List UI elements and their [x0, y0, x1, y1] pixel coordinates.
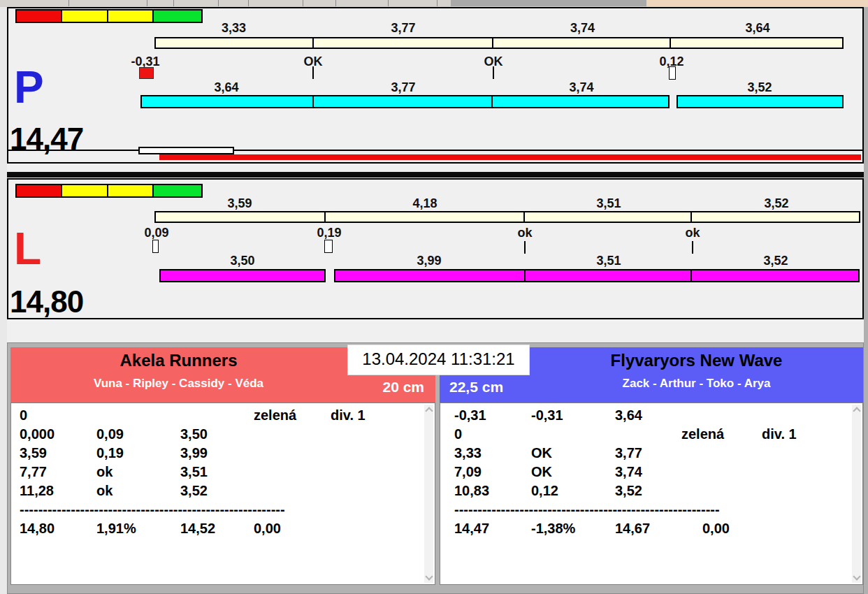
scroll-up-icon[interactable]: [425, 407, 433, 414]
gate-segment: [156, 38, 314, 48]
scrollbar[interactable]: [852, 405, 861, 583]
run-split-bar: [677, 95, 844, 108]
result-row: 7,09 OK 3,74: [440, 463, 862, 481]
run-split-bar: [140, 95, 670, 108]
top-strip-dark-segment: [451, 0, 646, 6]
run-segment: [678, 96, 842, 107]
lane-letter: L: [14, 229, 41, 269]
light-yellow-1: [62, 185, 108, 196]
result-row: 0,000 0,09 3,50: [11, 425, 435, 444]
light-yellow-1: [62, 10, 108, 22]
summary-row: 14,47 -1,38% 14,67 0,00: [440, 519, 862, 538]
scroll-down-icon[interactable]: [425, 572, 433, 580]
jump-height-label: 22,5 cm: [449, 379, 503, 396]
gate-segment: [326, 212, 525, 222]
run-split-label: 3,52: [718, 80, 802, 95]
run-split-label: 3,51: [567, 254, 651, 268]
result-row: 0 zelená div. 1: [11, 406, 435, 425]
gate-segment: [156, 212, 326, 222]
ok-tick-icon: [493, 66, 494, 79]
team-name: Flyvaryors New Wave: [530, 351, 863, 370]
run-split-bar: [334, 269, 860, 282]
window-left-edge: [0, 7, 7, 594]
gate-split-label: 4,18: [325, 198, 525, 210]
gate-split-bar: [154, 211, 860, 223]
gate-split-label: 3,77: [313, 22, 493, 34]
ok-tick-icon: [692, 241, 693, 254]
teams-section: 13.04.2024 11:31:21 Akela Runners Vuna -…: [7, 342, 864, 594]
gate-split-label: 3,33: [154, 22, 313, 34]
gate-split-label: 3,59: [154, 198, 325, 210]
run-segment: [161, 270, 324, 281]
fault-marker-icon: [139, 67, 154, 79]
divider-row: ----------------------------------------…: [11, 500, 435, 519]
run-split-label: 3,50: [201, 254, 284, 268]
light-green: [154, 10, 201, 22]
light-yellow-2: [108, 185, 154, 196]
progress-window: [138, 147, 234, 154]
gate-segment: [525, 212, 692, 222]
run-split-label: 3,99: [387, 254, 471, 268]
run-split-bar: [159, 269, 326, 282]
progress-bar: [159, 154, 861, 160]
gate-split-bar: [154, 37, 844, 49]
timing-app-window: P 14,47 3,33 3,77 3,74 3,64 -0,31 OK OK …: [0, 0, 868, 594]
pass-marker-icon: [669, 66, 676, 80]
light-yellow-2: [108, 10, 154, 22]
result-row: -0,31 -0,31 3,64: [440, 406, 862, 425]
result-row: 3,59 0,19 3,99: [11, 444, 435, 463]
gate-split-labels: 3,33 3,77 3,74 3,64: [154, 22, 844, 34]
result-row: 10,83 0,12 3,52: [440, 481, 862, 500]
gate-segment: [671, 38, 842, 48]
run-segment: [142, 96, 314, 107]
top-strip-tan-segment: [646, 0, 868, 7]
scroll-up-icon[interactable]: [853, 407, 860, 414]
team-results-table[interactable]: 0 zelená div. 1 0,000 0,09 3,50 3,59 0,1…: [10, 403, 435, 585]
team-name: Akela Runners: [10, 351, 347, 370]
gate-split-labels: 3,59 4,18 3,51 3,52: [154, 198, 860, 210]
result-row: 11,28 ok 3,52: [11, 481, 435, 500]
start-light-strip: [15, 9, 203, 23]
datetime-display: 13.04.2024 11:31:21: [347, 345, 530, 375]
scrollbar[interactable]: [424, 405, 433, 583]
divider-row: ----------------------------------------…: [440, 500, 862, 519]
run-split-label: 3,74: [540, 80, 623, 95]
run-segment: [335, 270, 526, 281]
summary-row: 14,80 1,91% 14,52 0,00: [11, 519, 435, 538]
gate-split-label: 3,52: [693, 198, 860, 210]
gate-segment: [314, 38, 493, 48]
lane-letter: P: [14, 67, 44, 108]
team-panel-right: Flyvaryors New Wave Zack - Arthur - Toko…: [440, 347, 863, 585]
scroll-down-icon[interactable]: [853, 572, 860, 580]
light-red: [17, 185, 62, 196]
progress-baseline: [8, 150, 862, 151]
run-split-label: 3,52: [734, 254, 818, 268]
change-status-label: 0,09: [122, 226, 191, 240]
jump-height-label: 20 cm: [382, 379, 424, 396]
gate-segment: [493, 38, 671, 48]
lane-panel-p: P 14,47 3,33 3,77 3,74 3,64 -0,31 OK OK …: [7, 7, 864, 164]
run-segment: [493, 96, 668, 107]
window-right-edge: [864, 7, 868, 594]
change-status-label: 0,19: [294, 226, 364, 240]
team-panel-left: Akela Runners Vuna - Ripley - Cassidy - …: [10, 347, 435, 585]
team-lineup: Vuna - Ripley - Cassidy - Véda: [10, 377, 347, 391]
run-split-label: 3,64: [185, 80, 268, 95]
lane-total-time: 14,80: [10, 284, 83, 319]
ok-tick-icon: [524, 241, 526, 254]
result-row: 3,33 OK 3,77: [440, 444, 862, 463]
pass-marker-icon: [324, 240, 333, 253]
gate-split-label: 3,74: [493, 22, 672, 34]
change-status-label: ok: [658, 226, 728, 240]
run-segment: [314, 96, 493, 107]
lane-panel-l: L 14,80 3,59 4,18 3,51 3,52 0,09 0,19 ok…: [7, 178, 864, 319]
run-segment: [692, 270, 858, 281]
lane-total-time: 14,47: [10, 122, 83, 157]
team-results-table[interactable]: -0,31 -0,31 3,64 0 zelená div. 1 3,33 OK…: [440, 403, 863, 585]
run-segment: [526, 270, 693, 281]
light-green: [154, 185, 201, 196]
light-red: [17, 10, 62, 22]
team-lineup: Zack - Arthur - Toko - Arya: [530, 377, 863, 391]
start-light-strip: [15, 184, 203, 198]
change-status-label: ok: [490, 226, 560, 240]
